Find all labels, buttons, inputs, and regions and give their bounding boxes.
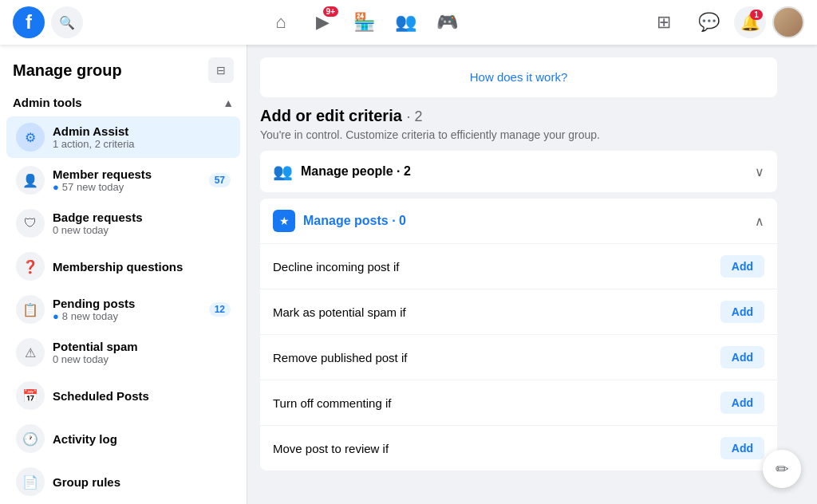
spam-add-button[interactable]: Add — [720, 301, 764, 323]
member-requests-sub: ●57 new today — [53, 181, 209, 193]
decline-post-add-button[interactable]: Add — [720, 255, 764, 278]
criteria-row-commenting: Turn off commenting if Add — [260, 380, 777, 426]
badge-requests-label: Badge requests — [53, 211, 231, 224]
manage-people-left: 👥 Manage people · 2 — [273, 162, 411, 181]
activity-log-icon: 🕐 — [16, 424, 45, 453]
main-layout: Manage group ⊟ Admin tools ▲ ⚙ Admin Ass… — [0, 45, 817, 504]
member-requests-badge: 57 — [209, 173, 231, 187]
sidebar-item-admin-assist[interactable]: ⚙ Admin Assist 1 action, 2 criteria — [6, 116, 240, 158]
scheduled-posts-text: Scheduled Posts — [53, 389, 231, 403]
admin-assist-sub: 1 action, 2 criteria — [53, 138, 231, 150]
group-rules-label: Group rules — [53, 475, 231, 489]
move-review-add-button[interactable]: Add — [720, 437, 764, 459]
potential-spam-sub: 0 new today — [53, 353, 231, 365]
group-rules-icon: 📄 — [16, 467, 45, 496]
move-review-label: Move post to review if — [273, 442, 389, 455]
video-badge: 9+ — [323, 6, 338, 17]
member-requests-dot: ● — [53, 181, 59, 193]
notifications-icon-btn[interactable]: 🔔 1 — [734, 6, 766, 38]
admin-assist-text: Admin Assist 1 action, 2 criteria — [53, 124, 231, 150]
badge-requests-sub: 0 new today — [53, 224, 231, 236]
apps-icon-btn[interactable]: ⊞ — [645, 3, 683, 41]
member-requests-label: Member requests — [53, 167, 209, 181]
spam-label: Mark as potential spam if — [273, 305, 406, 319]
criteria-row-decline: Decline incoming post if Add — [260, 244, 777, 289]
sidebar-item-member-requests[interactable]: 👤 Member requests ●57 new today 57 — [6, 159, 240, 201]
sidebar-item-group-rules[interactable]: 📄 Group rules — [6, 461, 240, 502]
gaming-icon-btn[interactable]: 🎮 — [428, 3, 466, 41]
pending-posts-sub: ●8 new today — [53, 310, 209, 322]
admin-assist-label: Admin Assist — [53, 124, 231, 138]
manage-people-chevron-icon: ∨ — [755, 164, 764, 179]
messenger-icon-btn[interactable]: 💬 — [689, 3, 728, 41]
manage-posts-icon: ★ — [273, 210, 295, 232]
sidebar-item-badge-requests[interactable]: 🛡 Badge requests 0 new today — [6, 203, 240, 244]
decline-post-label: Decline incoming post if — [273, 260, 399, 274]
criteria-header: Add or edit criteria · 2 You're in contr… — [260, 107, 777, 141]
scheduled-posts-icon: 📅 — [16, 381, 45, 410]
potential-spam-label: Potential spam — [53, 340, 231, 353]
video-icon-btn[interactable]: ▶ 9+ — [303, 3, 341, 41]
sidebar-toggle-button[interactable]: ⊟ — [208, 57, 234, 83]
admin-tools-section[interactable]: Admin tools ▲ — [0, 89, 247, 116]
remove-published-add-button[interactable]: Add — [720, 346, 764, 368]
sidebar-item-pending-posts[interactable]: 📋 Pending posts ●8 new today 12 — [6, 289, 240, 330]
facebook-logo[interactable]: f — [13, 6, 45, 38]
commenting-add-button[interactable]: Add — [720, 392, 764, 414]
activity-log-label: Activity log — [53, 432, 231, 446]
potential-spam-text: Potential spam 0 new today — [53, 340, 231, 365]
manage-people-icon: 👥 — [273, 162, 293, 181]
nav-center-icons: ⌂ ▶ 9+ 🏪 👥 🎮 — [262, 3, 466, 41]
sidebar-title: Manage group — [13, 61, 122, 80]
member-requests-icon: 👤 — [16, 166, 45, 195]
fb-f-letter: f — [26, 11, 32, 33]
manage-posts-card: ★ Manage posts · 0 ∧ Decline incoming po… — [260, 199, 777, 471]
sidebar-item-activity-log[interactable]: 🕐 Activity log — [6, 418, 240, 459]
admin-assist-icon: ⚙ — [16, 123, 45, 152]
top-navigation: f 🔍 ⌂ ▶ 9+ 🏪 👥 🎮 ⊞ 💬 🔔 1 — [0, 0, 817, 45]
sidebar: Manage group ⊟ Admin tools ▲ ⚙ Admin Ass… — [0, 45, 247, 504]
store-icon-btn[interactable]: 🏪 — [345, 3, 383, 41]
home-icon-btn[interactable]: ⌂ — [262, 3, 300, 41]
nav-left: f 🔍 — [13, 6, 83, 38]
compose-button[interactable]: ✏ — [763, 450, 801, 488]
pending-posts-label: Pending posts — [53, 297, 209, 310]
nav-right: ⊞ 💬 🔔 1 — [645, 3, 804, 41]
notifications-badge: 1 — [750, 10, 763, 20]
commenting-label: Turn off commenting if — [273, 396, 391, 410]
remove-published-label: Remove published post if — [273, 351, 407, 364]
how-does-it-work-link[interactable]: How does it work? — [470, 70, 568, 84]
criteria-row-remove-published: Remove published post if Add — [260, 335, 777, 380]
user-avatar[interactable] — [772, 6, 804, 38]
search-button[interactable]: 🔍 — [51, 6, 83, 38]
group-rules-text: Group rules — [53, 475, 231, 489]
membership-questions-label: Membership questions — [53, 260, 231, 274]
manage-people-row[interactable]: 👥 Manage people · 2 ∨ — [260, 151, 777, 192]
how-does-it-work-card: How does it work? — [260, 57, 777, 97]
content-inner: How does it work? Add or edit criteria ·… — [247, 45, 790, 483]
admin-tools-collapse-icon: ▲ — [223, 96, 234, 109]
membership-questions-text: Membership questions — [53, 260, 231, 274]
main-content: How does it work? Add or edit criteria ·… — [247, 45, 817, 504]
badge-requests-icon: 🛡 — [16, 209, 45, 238]
admin-tools-label: Admin tools — [13, 96, 82, 109]
groups-icon-btn[interactable]: 👥 — [386, 3, 424, 41]
pending-posts-icon: 📋 — [16, 295, 45, 324]
sidebar-header: Manage group ⊟ — [0, 45, 247, 89]
badge-requests-text: Badge requests 0 new today — [53, 211, 231, 236]
activity-log-text: Activity log — [53, 432, 231, 446]
sidebar-item-membership-questions[interactable]: ❓ Membership questions — [6, 246, 240, 287]
manage-people-card: 👥 Manage people · 2 ∨ — [260, 151, 777, 192]
pending-posts-dot: ● — [53, 310, 59, 322]
membership-questions-icon: ❓ — [16, 252, 45, 281]
manage-posts-label: Manage posts · 0 — [303, 214, 406, 228]
sidebar-item-scheduled-posts[interactable]: 📅 Scheduled Posts — [6, 375, 240, 416]
manage-posts-chevron-icon: ∧ — [755, 214, 764, 229]
sidebar-item-potential-spam[interactable]: ⚠ Potential spam 0 new today — [6, 332, 240, 373]
pending-posts-badge: 12 — [209, 302, 231, 317]
manage-posts-left: ★ Manage posts · 0 — [273, 210, 406, 232]
manage-posts-header[interactable]: ★ Manage posts · 0 ∧ — [260, 199, 777, 244]
criteria-title: Add or edit criteria · 2 — [260, 107, 777, 125]
criteria-row-move-review: Move post to review if Add — [260, 426, 777, 471]
member-requests-text: Member requests ●57 new today — [53, 167, 209, 193]
